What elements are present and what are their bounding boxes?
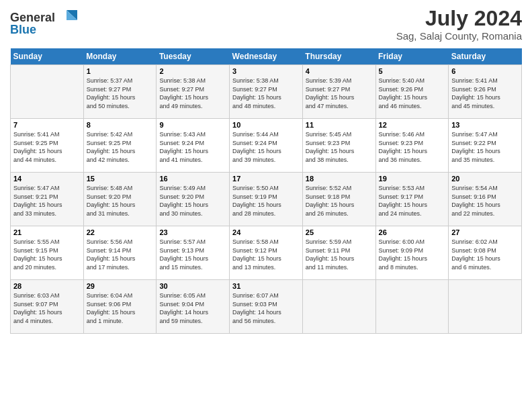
day-info: Sunrise: 5:48 AM Sunset: 9:20 PM Dayligh…: [87, 184, 154, 218]
svg-text:Blue: Blue: [10, 23, 36, 36]
calendar-subtitle: Sag, Salaj County, Romania: [396, 30, 522, 42]
day-number: 2: [159, 67, 226, 75]
day-info: Sunrise: 5:39 AM Sunset: 9:27 PM Dayligh…: [306, 77, 373, 110]
calendar-cell: [449, 280, 522, 334]
calendar-cell: 10Sunrise: 5:44 AM Sunset: 9:24 PM Dayli…: [230, 119, 303, 173]
day-info: Sunrise: 5:46 AM Sunset: 9:23 PM Dayligh…: [379, 130, 446, 164]
calendar-cell: 19Sunrise: 5:53 AM Sunset: 9:17 PM Dayli…: [375, 173, 449, 226]
day-info: Sunrise: 5:53 AM Sunset: 9:17 PM Dayligh…: [379, 184, 446, 218]
day-number: 13: [451, 121, 519, 129]
header-day-tuesday: Tuesday: [157, 48, 230, 65]
day-number: 19: [379, 175, 446, 183]
day-info: Sunrise: 5:38 AM Sunset: 9:27 PM Dayligh…: [159, 77, 226, 110]
day-number: 23: [159, 228, 226, 236]
day-info: Sunrise: 5:38 AM Sunset: 9:27 PM Dayligh…: [232, 77, 300, 110]
day-number: 17: [232, 175, 300, 183]
calendar-cell: 7Sunrise: 5:41 AM Sunset: 9:25 PM Daylig…: [11, 119, 84, 173]
day-info: Sunrise: 5:37 AM Sunset: 9:27 PM Dayligh…: [87, 77, 154, 110]
calendar-cell: 28Sunrise: 6:03 AM Sunset: 9:07 PM Dayli…: [11, 280, 84, 334]
calendar-cell: 5Sunrise: 5:40 AM Sunset: 9:26 PM Daylig…: [375, 65, 449, 119]
day-number: 9: [159, 121, 226, 129]
day-number: 1: [87, 67, 154, 75]
day-info: Sunrise: 5:41 AM Sunset: 9:26 PM Dayligh…: [451, 77, 519, 110]
calendar-cell: [11, 65, 84, 119]
day-number: 8: [87, 121, 154, 129]
calendar-week-row: 14Sunrise: 5:47 AM Sunset: 9:21 PM Dayli…: [11, 173, 522, 226]
day-number: 20: [451, 175, 519, 183]
header-day-saturday: Saturday: [449, 48, 522, 65]
calendar-cell: 27Sunrise: 6:02 AM Sunset: 9:08 PM Dayli…: [449, 226, 522, 280]
day-number: 4: [306, 67, 373, 75]
day-info: Sunrise: 6:07 AM Sunset: 9:03 PM Dayligh…: [232, 291, 300, 325]
calendar-cell: 14Sunrise: 5:47 AM Sunset: 9:21 PM Dayli…: [11, 173, 84, 226]
day-number: 7: [13, 121, 81, 129]
calendar-cell: 12Sunrise: 5:46 AM Sunset: 9:23 PM Dayli…: [375, 119, 449, 173]
header-row: SundayMondayTuesdayWednesdayThursdayFrid…: [11, 48, 522, 65]
calendar-cell: 17Sunrise: 5:50 AM Sunset: 9:19 PM Dayli…: [230, 173, 303, 226]
day-info: Sunrise: 5:55 AM Sunset: 9:15 PM Dayligh…: [13, 238, 81, 271]
day-info: Sunrise: 6:05 AM Sunset: 9:04 PM Dayligh…: [159, 291, 226, 325]
calendar-cell: 2Sunrise: 5:38 AM Sunset: 9:27 PM Daylig…: [157, 65, 230, 119]
header-day-wednesday: Wednesday: [230, 48, 303, 65]
day-info: Sunrise: 5:40 AM Sunset: 9:26 PM Dayligh…: [379, 77, 446, 110]
calendar-cell: 6Sunrise: 5:41 AM Sunset: 9:26 PM Daylig…: [449, 65, 522, 119]
day-info: Sunrise: 5:56 AM Sunset: 9:14 PM Dayligh…: [87, 238, 154, 271]
day-number: 28: [13, 282, 81, 290]
calendar-cell: 3Sunrise: 5:38 AM Sunset: 9:27 PM Daylig…: [230, 65, 303, 119]
day-number: 14: [13, 175, 81, 183]
day-number: 22: [87, 228, 154, 236]
day-info: Sunrise: 5:42 AM Sunset: 9:25 PM Dayligh…: [87, 130, 154, 164]
day-number: 24: [232, 228, 300, 236]
calendar-week-row: 28Sunrise: 6:03 AM Sunset: 9:07 PM Dayli…: [11, 280, 522, 334]
svg-text:General: General: [10, 11, 55, 24]
calendar-cell: 16Sunrise: 5:49 AM Sunset: 9:20 PM Dayli…: [157, 173, 230, 226]
day-number: 6: [451, 67, 519, 75]
day-info: Sunrise: 5:54 AM Sunset: 9:16 PM Dayligh…: [451, 184, 519, 218]
day-number: 30: [159, 282, 226, 290]
calendar-cell: 30Sunrise: 6:05 AM Sunset: 9:04 PM Dayli…: [157, 280, 230, 334]
day-info: Sunrise: 5:50 AM Sunset: 9:19 PM Dayligh…: [232, 184, 300, 218]
day-info: Sunrise: 5:44 AM Sunset: 9:24 PM Dayligh…: [232, 130, 300, 164]
calendar-cell: 21Sunrise: 5:55 AM Sunset: 9:15 PM Dayli…: [11, 226, 84, 280]
logo: General Blue: [10, 7, 84, 43]
calendar-cell: 18Sunrise: 5:52 AM Sunset: 9:18 PM Dayli…: [302, 173, 375, 226]
calendar-cell: 15Sunrise: 5:48 AM Sunset: 9:20 PM Dayli…: [83, 173, 157, 226]
day-number: 12: [379, 121, 446, 129]
day-number: 3: [232, 67, 300, 75]
calendar-cell: 4Sunrise: 5:39 AM Sunset: 9:27 PM Daylig…: [302, 65, 375, 119]
header-day-friday: Friday: [375, 48, 449, 65]
day-info: Sunrise: 6:04 AM Sunset: 9:06 PM Dayligh…: [87, 291, 154, 325]
calendar-cell: 20Sunrise: 5:54 AM Sunset: 9:16 PM Dayli…: [449, 173, 522, 226]
day-number: 16: [159, 175, 226, 183]
calendar-title: July 2024: [396, 7, 522, 30]
day-info: Sunrise: 6:02 AM Sunset: 9:08 PM Dayligh…: [451, 238, 519, 271]
calendar-table: SundayMondayTuesdayWednesdayThursdayFrid…: [10, 48, 522, 334]
day-number: 29: [87, 282, 154, 290]
calendar-cell: [375, 280, 449, 334]
day-number: 27: [451, 228, 519, 236]
day-info: Sunrise: 5:45 AM Sunset: 9:23 PM Dayligh…: [306, 130, 373, 164]
calendar-cell: 11Sunrise: 5:45 AM Sunset: 9:23 PM Dayli…: [302, 119, 375, 173]
day-number: 15: [87, 175, 154, 183]
day-info: Sunrise: 5:52 AM Sunset: 9:18 PM Dayligh…: [306, 184, 373, 218]
calendar-cell: 9Sunrise: 5:43 AM Sunset: 9:24 PM Daylig…: [157, 119, 230, 173]
calendar-cell: 25Sunrise: 5:59 AM Sunset: 9:11 PM Dayli…: [302, 226, 375, 280]
header-day-monday: Monday: [83, 48, 157, 65]
day-number: 5: [379, 67, 446, 75]
day-number: 18: [306, 175, 373, 183]
calendar-week-row: 21Sunrise: 5:55 AM Sunset: 9:15 PM Dayli…: [11, 226, 522, 280]
day-number: 21: [13, 228, 81, 236]
day-number: 25: [306, 228, 373, 236]
calendar-week-row: 7Sunrise: 5:41 AM Sunset: 9:25 PM Daylig…: [11, 119, 522, 173]
day-info: Sunrise: 5:49 AM Sunset: 9:20 PM Dayligh…: [159, 184, 226, 218]
header: General Blue July 2024 Sag, Salaj County…: [10, 7, 522, 43]
day-number: 26: [379, 228, 446, 236]
header-day-thursday: Thursday: [302, 48, 375, 65]
day-info: Sunrise: 5:58 AM Sunset: 9:12 PM Dayligh…: [232, 238, 300, 271]
logo-text: General Blue: [10, 7, 84, 43]
calendar-cell: 22Sunrise: 5:56 AM Sunset: 9:14 PM Dayli…: [83, 226, 157, 280]
title-section: July 2024 Sag, Salaj County, Romania: [396, 7, 522, 42]
calendar-cell: 31Sunrise: 6:07 AM Sunset: 9:03 PM Dayli…: [230, 280, 303, 334]
calendar-cell: 24Sunrise: 5:58 AM Sunset: 9:12 PM Dayli…: [230, 226, 303, 280]
day-info: Sunrise: 5:47 AM Sunset: 9:22 PM Dayligh…: [451, 130, 519, 164]
